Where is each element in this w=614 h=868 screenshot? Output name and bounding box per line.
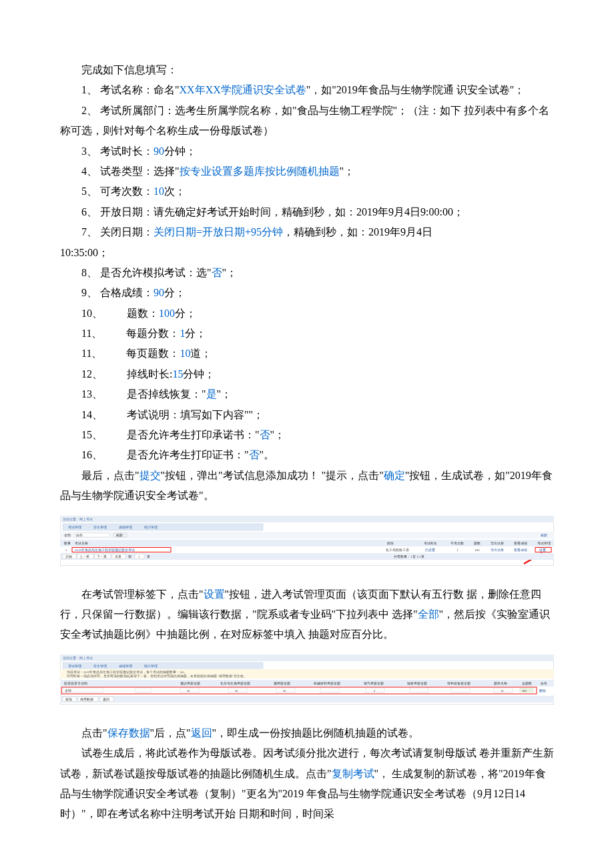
- svg-text:已设置: 已设置: [425, 548, 435, 552]
- link-back: 返回: [191, 727, 212, 739]
- refresh-button[interactable]: 刷新: [116, 533, 123, 537]
- svg-text:阶段: 阶段: [387, 541, 394, 545]
- tab2-student[interactable]: 学生管理: [93, 663, 107, 667]
- last-button[interactable]: 末页: [115, 554, 121, 558]
- breadcrumb2: 当前位置：网上考试: [63, 656, 93, 660]
- link-attempts: 10: [154, 185, 164, 197]
- link-duration: 90: [154, 145, 164, 157]
- ratio-3[interactable]: 30: [283, 689, 286, 692]
- delete-link[interactable]: 删除: [539, 688, 546, 692]
- item-14: 14、 考试说明：填写如下内容""；: [60, 405, 554, 425]
- save-paragraph: 点击"保存数据"后，点"返回"，即生成一份按抽题比例随机抽题的试卷。: [60, 723, 554, 743]
- breadcrumb: 当前位置：网上考试: [63, 517, 93, 521]
- link-setting: 设置: [204, 588, 225, 600]
- svg-rect-61: [60, 696, 554, 703]
- screenshot-exam-list: 当前位置：网上考试 考试管理 学生管理 成绩管理 统计管理 全部 操作 刷新 刷…: [60, 516, 554, 566]
- svg-text:可考次数: 可考次数: [450, 541, 464, 545]
- view-score-link[interactable]: 查看成绩: [514, 548, 527, 552]
- svg-text:第: 第: [128, 554, 131, 558]
- svg-text:数量: 数量: [64, 542, 71, 545]
- svg-rect-2: [63, 524, 263, 530]
- tab2-stat[interactable]: 统计管理: [144, 663, 158, 667]
- svg-rect-33: [60, 655, 554, 661]
- filter-operation: 操作: [76, 534, 83, 537]
- item-1: 1、 考试名称：命名"XX年XX学院通识安全试卷"，如"2019年食品与生物学院…: [60, 80, 554, 100]
- svg-text:查看成绩: 查看成绩: [514, 541, 527, 545]
- link-q-per-page: 10: [180, 348, 190, 359]
- svg-rect-24: [60, 553, 554, 560]
- tab-exam-mgmt[interactable]: 考试管理: [68, 525, 81, 529]
- link-confirm: 确定: [384, 470, 405, 481]
- svg-rect-36: [60, 680, 554, 687]
- svg-text:100: 100: [475, 548, 480, 552]
- tab-student-mgmt[interactable]: 学生管理: [93, 525, 107, 529]
- item-12: 12、 掉线时长:15分钟；: [60, 364, 554, 384]
- svg-text:操作: 操作: [541, 682, 547, 685]
- first-button[interactable]: 开始: [65, 555, 72, 558]
- item-13: 13、 是否掉线恢复："是"；: [60, 384, 554, 404]
- svg-text:通识类安全题: 通识类安全题: [180, 681, 200, 685]
- link-exam-name-pattern: XX年XX学院通识安全试卷: [180, 84, 306, 95]
- svg-text:题数: 题数: [474, 542, 481, 545]
- svg-text:院系或者专业码: 院系或者专业码: [64, 681, 87, 685]
- ratio-1[interactable]: 30: [187, 689, 190, 692]
- link-recover-yes: 是: [206, 388, 217, 400]
- screenshot-ratio-setting: 当前位置：网上考试 考试管理 学生管理 成绩管理 统计管理 当前考试：2019年…: [60, 655, 554, 705]
- link-offline-time: 15: [172, 368, 183, 380]
- ratio-2[interactable]: 30: [235, 689, 238, 692]
- item-11b: 11、 每页题数：10道；: [60, 344, 554, 364]
- svg-text:导出试卷: 导出试卷: [491, 541, 504, 545]
- setting-link[interactable]: 设置: [539, 548, 546, 552]
- svg-text:特种设备安全题: 特种设备安全题: [447, 681, 471, 685]
- svg-text:电气类安全题: 电气类安全题: [364, 681, 384, 685]
- filter-all[interactable]: 全部: [64, 533, 71, 537]
- item-11a: 11、 每题分数：1分；: [60, 324, 554, 344]
- tab-stat-mgmt[interactable]: 统计管理: [144, 525, 158, 529]
- link-pass-score: 90: [154, 287, 164, 298]
- item-8: 8、 是否允许模拟考试：选"否"；: [60, 263, 554, 283]
- item-15: 15、 是否允许考生打印承诺书："否"；: [60, 425, 554, 445]
- link-select-all: 全部: [418, 608, 439, 620]
- item-3: 3、 考试时长：90分钟；: [60, 141, 554, 161]
- page-info: 共有数量：1 首 1/1 页: [394, 554, 424, 558]
- svg-text:考试管理: 考试管理: [537, 541, 551, 545]
- svg-text:化工与轻纺工系: 化工与轻纺工系: [386, 548, 409, 552]
- svg-rect-34: [63, 663, 263, 669]
- prev-button[interactable]: 上一页: [79, 554, 89, 558]
- item-5: 5、 可考次数：10次；: [60, 181, 554, 201]
- export-link[interactable]: 导出试卷: [491, 548, 504, 552]
- dept-select[interactable]: 全部: [65, 688, 71, 692]
- link-print-cert-no: 否: [249, 449, 260, 460]
- svg-rect-1: [60, 516, 554, 522]
- svg-rect-58: [451, 688, 470, 693]
- page-input[interactable]: 1: [138, 555, 139, 558]
- setting-paragraph: 在考试管理标签下，点击"设置"按钮，进入考试管理页面（该页面下默认有五行数 据，…: [60, 584, 554, 645]
- add-button[interactable]: 添加: [65, 697, 72, 701]
- info-line2: 填写时每一项必须填写，且所有项的数加起来等于一百，否则无法填写按比例抽题，本页面…: [66, 674, 247, 678]
- svg-text:化学与生物类安全题: 化学与生物类安全题: [220, 681, 250, 685]
- item-10: 10、 题数：100分；: [60, 304, 554, 324]
- svg-text:题库名称: 题库名称: [494, 681, 507, 685]
- tab2-score[interactable]: 成绩管理: [119, 663, 132, 667]
- save-data-button[interactable]: 保存数据: [80, 697, 93, 701]
- back-button[interactable]: 返回: [103, 697, 109, 701]
- item-7-cont: 10:35:00；: [60, 243, 554, 263]
- link-copy-exam: 复制考试: [332, 768, 374, 779]
- svg-text:机械材料类安全题: 机械材料类安全题: [314, 681, 340, 685]
- exam-name-link[interactable]: 2019年食品与生物工程学院通识安全考试: [75, 548, 135, 552]
- refresh-link[interactable]: 刷新: [541, 533, 547, 537]
- next-button[interactable]: 下一页: [97, 555, 107, 558]
- svg-text:总题数: 总题数: [521, 681, 532, 685]
- link-paper-type: 按专业设置多题库按比例随机抽题: [180, 165, 340, 177]
- link-save-data: 保存数据: [107, 727, 150, 739]
- svg-text:页: 页: [147, 555, 150, 558]
- info-line1: 当前考试：2019年食品与生物工程学院通识安全考试，每个考试的抽题数量：100。: [67, 670, 188, 674]
- svg-text:考试名称: 考试名称: [75, 541, 88, 545]
- link-question-count: 100: [159, 308, 175, 319]
- svg-rect-3: [60, 532, 554, 538]
- ratio-9[interactable]: 10: [501, 689, 504, 692]
- tab2-exam[interactable]: 考试管理: [68, 663, 81, 667]
- copy-paragraph: 试卷生成后，将此试卷作为母版试卷。因考试须分批次进行，每次考试请复制母版试 卷并…: [60, 743, 554, 825]
- svg-text:通用安全题: 通用安全题: [274, 681, 290, 685]
- tab-score-mgmt[interactable]: 成绩管理: [119, 525, 132, 529]
